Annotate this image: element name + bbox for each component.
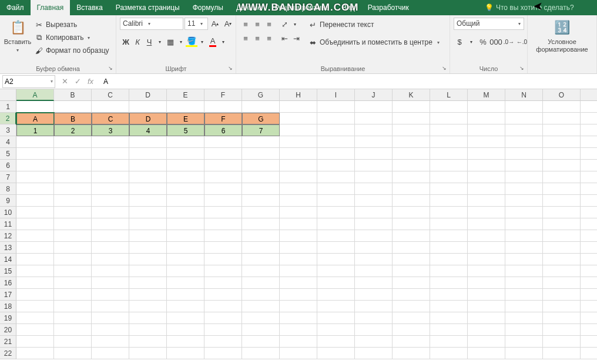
cell[interactable] [204, 101, 242, 113]
cell[interactable] [204, 265, 242, 277]
cell[interactable] [505, 101, 543, 113]
cell[interactable] [468, 324, 505, 336]
cell[interactable] [505, 113, 543, 124]
align-top-button[interactable]: ≡ [240, 18, 251, 30]
cell[interactable] [280, 218, 317, 230]
cell[interactable] [242, 265, 280, 277]
cell[interactable] [468, 230, 505, 242]
cell[interactable] [393, 101, 430, 113]
cell[interactable] [543, 183, 581, 195]
cell[interactable] [543, 207, 581, 218]
comma-button[interactable]: 000 [490, 36, 502, 48]
cell[interactable] [543, 277, 581, 289]
cell[interactable] [280, 242, 317, 254]
cell[interactable] [317, 301, 355, 312]
cell[interactable] [204, 230, 242, 242]
tab-home[interactable]: Главная [31, 0, 71, 15]
cell[interactable] [543, 254, 581, 265]
cell[interactable] [543, 195, 581, 207]
cell[interactable] [204, 160, 242, 171]
percent-button[interactable]: % [477, 36, 489, 48]
cell[interactable] [317, 101, 355, 113]
cell[interactable] [16, 254, 54, 265]
tab-insert[interactable]: Вставка [70, 0, 109, 15]
cell[interactable] [129, 101, 167, 113]
cell[interactable] [92, 242, 129, 254]
cell[interactable] [317, 336, 355, 348]
cell[interactable] [54, 265, 92, 277]
row-header[interactable]: 1 [0, 101, 16, 113]
cell[interactable] [430, 301, 468, 312]
cell[interactable] [242, 148, 280, 160]
cell[interactable] [355, 195, 393, 207]
cell[interactable] [54, 195, 92, 207]
cell[interactable] [280, 312, 317, 324]
cell[interactable] [430, 183, 468, 195]
cell[interactable] [430, 113, 468, 124]
cell[interactable] [393, 124, 430, 136]
cell[interactable] [468, 136, 505, 148]
cell[interactable] [317, 136, 355, 148]
cell[interactable] [317, 324, 355, 336]
cell[interactable] [54, 324, 92, 336]
cell[interactable] [581, 277, 597, 289]
cell[interactable] [581, 289, 597, 301]
cell[interactable] [317, 113, 355, 124]
cell[interactable] [317, 218, 355, 230]
cell[interactable] [317, 242, 355, 254]
cell[interactable] [204, 312, 242, 324]
cell[interactable] [204, 195, 242, 207]
cell[interactable] [581, 336, 597, 348]
cell[interactable]: 1 [16, 124, 54, 136]
cell[interactable] [242, 348, 280, 359]
cell[interactable] [242, 277, 280, 289]
cell[interactable] [393, 207, 430, 218]
merge-center-button[interactable]: ⬌Объединить и поместить в центре▾ [306, 36, 442, 49]
column-header[interactable]: B [54, 89, 92, 101]
cell[interactable] [129, 136, 167, 148]
cell[interactable] [280, 183, 317, 195]
cell[interactable] [430, 254, 468, 265]
cell[interactable] [242, 207, 280, 218]
column-header[interactable]: N [505, 89, 543, 101]
cell[interactable] [543, 336, 581, 348]
cell[interactable] [505, 207, 543, 218]
row-header[interactable]: 5 [0, 148, 16, 160]
cell[interactable] [543, 348, 581, 359]
cell[interactable] [317, 207, 355, 218]
cell[interactable] [393, 312, 430, 324]
cell[interactable] [92, 254, 129, 265]
row-header[interactable]: 19 [0, 312, 16, 324]
number-launcher[interactable]: ↘ [518, 64, 526, 72]
cell[interactable] [242, 171, 280, 183]
row-header[interactable]: 22 [0, 348, 16, 359]
cell[interactable] [167, 160, 204, 171]
cell[interactable] [92, 171, 129, 183]
cell[interactable] [16, 265, 54, 277]
cell[interactable] [167, 148, 204, 160]
cell[interactable] [543, 265, 581, 277]
cell[interactable] [167, 101, 204, 113]
cell[interactable] [430, 218, 468, 230]
cell[interactable] [581, 183, 597, 195]
cell[interactable] [543, 301, 581, 312]
cell[interactable] [317, 195, 355, 207]
cell[interactable] [393, 254, 430, 265]
cell[interactable] [16, 195, 54, 207]
underline-button[interactable]: Ч [143, 36, 155, 48]
cell[interactable] [167, 242, 204, 254]
cell[interactable] [54, 101, 92, 113]
cell[interactable] [242, 218, 280, 230]
cell[interactable] [393, 160, 430, 171]
orientation-button[interactable]: ⤢ [279, 18, 290, 30]
cell[interactable] [393, 242, 430, 254]
cell[interactable] [355, 254, 393, 265]
cell[interactable] [468, 148, 505, 160]
font-color-button[interactable]: A [207, 36, 219, 48]
cell[interactable] [355, 324, 393, 336]
format-painter-button[interactable]: 🖌Формат по образцу [32, 44, 112, 57]
cell[interactable] [16, 312, 54, 324]
cell[interactable] [581, 242, 597, 254]
column-header[interactable]: G [242, 89, 280, 101]
cell[interactable] [129, 218, 167, 230]
